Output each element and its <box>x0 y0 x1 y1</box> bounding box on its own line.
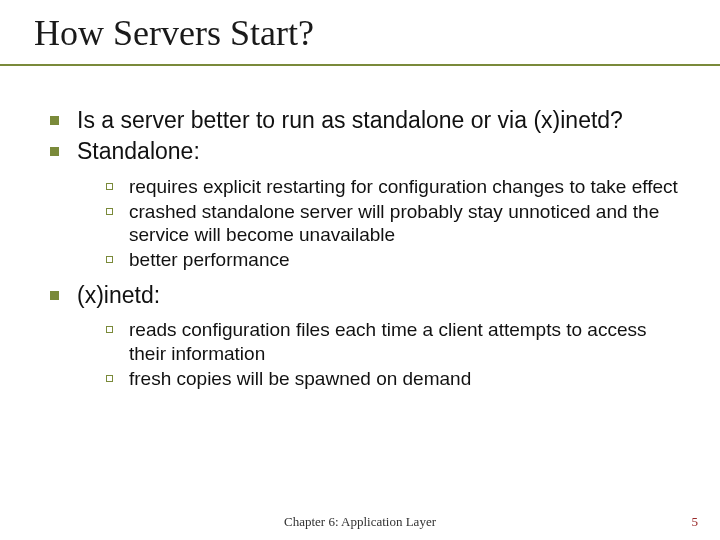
bullet-text: crashed standalone server will probably … <box>129 200 684 248</box>
square-bullet-icon <box>50 147 59 156</box>
hollow-square-bullet-icon <box>106 208 113 215</box>
sub-list: reads configuration files each time a cl… <box>44 312 684 399</box>
list-item: requires explicit restarting for configu… <box>106 175 684 199</box>
bullet-text: Is a server better to run as standalone … <box>77 106 684 135</box>
footer-text: Chapter 6: Application Layer <box>0 514 720 530</box>
bullet-text: fresh copies will be spawned on demand <box>129 367 684 391</box>
list-item: crashed standalone server will probably … <box>106 200 684 248</box>
bullet-text: requires explicit restarting for configu… <box>129 175 684 199</box>
square-bullet-icon <box>50 291 59 300</box>
bullet-text: reads configuration files each time a cl… <box>129 318 684 366</box>
page-number: 5 <box>692 514 699 530</box>
content-area: Is a server better to run as standalone … <box>24 66 696 400</box>
hollow-square-bullet-icon <box>106 326 113 333</box>
square-bullet-icon <box>50 116 59 125</box>
bullet-text: Standalone: <box>77 137 684 166</box>
list-item: better performance <box>106 248 684 272</box>
list-item: reads configuration files each time a cl… <box>106 318 684 366</box>
bullet-text: (x)inetd: <box>77 281 684 310</box>
slide: How Servers Start? Is a server better to… <box>0 0 720 540</box>
hollow-square-bullet-icon <box>106 375 113 382</box>
title-container: How Servers Start? <box>0 8 720 66</box>
slide-title: How Servers Start? <box>24 8 696 64</box>
hollow-square-bullet-icon <box>106 183 113 190</box>
sub-list: requires explicit restarting for configu… <box>44 169 684 281</box>
list-item: Standalone: <box>44 137 684 166</box>
bullet-text: better performance <box>129 248 684 272</box>
list-item: (x)inetd: <box>44 281 684 310</box>
list-item: fresh copies will be spawned on demand <box>106 367 684 391</box>
list-item: Is a server better to run as standalone … <box>44 106 684 135</box>
hollow-square-bullet-icon <box>106 256 113 263</box>
